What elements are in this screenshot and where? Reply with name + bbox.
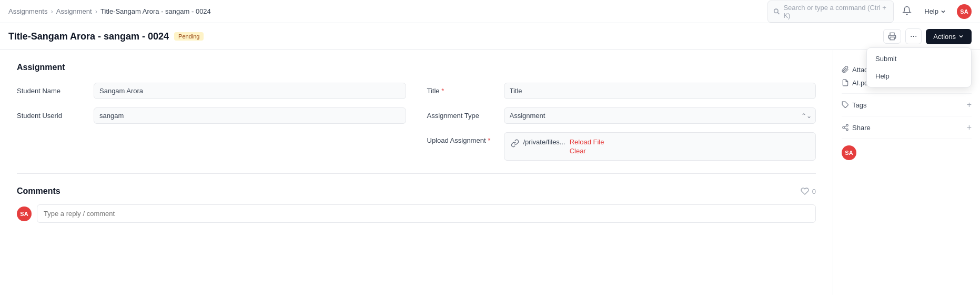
comment-count: 0 [812,188,816,195]
actions-label: Actions [933,33,956,41]
more-options-button[interactable]: ··· [905,28,922,44]
title-input[interactable] [504,83,816,99]
sidebar-avatar-section: SA [842,139,972,166]
actions-dropdown: Submit Help [866,47,972,87]
link-icon [511,139,519,150]
student-userid-input[interactable] [94,107,406,124]
breadcrumb-sep-2: › [95,7,97,15]
file-icon [842,79,849,86]
svg-point-4 [846,124,848,126]
comment-avatar: SA [17,206,32,221]
search-placeholder-text: Search or type a command (Ctrl + K) [783,4,888,19]
dropdown-submit[interactable]: Submit [867,50,971,67]
form-grid: Student Name Student Userid Title * [17,83,816,161]
form-left-col: Student Name Student Userid [17,83,406,161]
ellipsis-icon: ··· [910,32,917,41]
student-userid-label: Student Userid [17,107,85,120]
page-header-right: ··· Actions [883,28,972,44]
actions-chevron-icon [958,33,964,40]
chevron-down-icon [940,8,946,15]
page-header-left: Title-Sangam Arora - sangam - 0024 Pendi… [8,31,204,42]
svg-line-1 [777,12,779,14]
topbar: Assignments › Assignment › Title-Sangam … [0,0,980,23]
breadcrumb-assignment[interactable]: Assignment [56,7,92,15]
svg-point-6 [846,129,848,131]
title-row: Title * [427,83,816,99]
help-label: Help [924,7,938,15]
breadcrumb-assignments[interactable]: Assignments [8,7,47,15]
add-share-button[interactable]: + [967,123,972,132]
student-name-input[interactable] [94,83,406,99]
share-label: Share [842,124,871,132]
svg-line-8 [844,126,846,127]
main-layout: Assignment Student Name Student Userid T… [0,50,980,295]
dropdown-help[interactable]: Help [867,67,971,85]
comment-input-row: SA [17,204,816,223]
comments-title: Comments [17,186,60,196]
student-userid-row: Student Userid [17,107,406,124]
form-area: Assignment Student Name Student Userid T… [0,50,833,295]
reload-file-button[interactable]: Reload File [570,138,604,146]
title-label: Title * [427,83,496,95]
page-header: Title-Sangam Arora - sangam - 0024 Pendi… [0,23,980,50]
student-name-row: Student Name [17,83,406,99]
assignment-type-wrapper: Assignment ⌃⌄ [504,107,816,124]
tag-icon [842,101,849,109]
tags-section: Tags + [842,94,972,116]
tags-label: Tags [842,101,866,109]
heart-icon [801,187,809,195]
section-divider [17,173,816,174]
user-avatar[interactable]: SA [957,4,972,19]
print-button[interactable] [883,29,901,44]
add-tag-button[interactable]: + [967,100,972,110]
paperclip-icon [842,66,849,73]
comments-header: Comments 0 [17,186,816,196]
share-header: Share + [842,123,972,132]
heart-count: 0 [801,187,816,195]
upload-label: Upload Assignment * [427,132,496,144]
form-right-col: Title * Assignment Type Assignment ⌃⌄ [427,83,816,161]
assignment-section-title: Assignment [17,63,816,72]
student-name-label: Student Name [17,83,85,95]
upload-row: Upload Assignment * /private/files... [427,132,816,161]
title-required-marker: * [441,87,444,95]
assignment-type-select[interactable]: Assignment [504,107,816,124]
notification-button[interactable] [900,4,914,19]
assignment-type-row: Assignment Type Assignment ⌃⌄ [427,107,816,124]
svg-line-7 [844,128,846,129]
upload-actions: Reload File Clear [570,138,604,155]
upload-required-marker: * [488,136,490,144]
search-box[interactable]: Search or type a command (Ctrl + K) [767,1,894,23]
tags-header: Tags + [842,100,972,110]
status-badge: Pending [174,32,204,41]
page-title: Title-Sangam Arora - sangam - 0024 [8,31,169,42]
help-button[interactable]: Help [920,5,951,17]
actions-button[interactable]: Actions [926,29,972,44]
topbar-right: Search or type a command (Ctrl + K) Help… [767,1,972,23]
comment-input[interactable] [37,204,816,223]
breadcrumb: Assignments › Assignment › Title-Sangam … [8,7,211,15]
svg-rect-2 [890,37,894,40]
upload-file-path: /private/files... [523,138,565,146]
share-section: Share + [842,116,972,139]
share-icon [842,124,849,131]
search-icon [773,8,780,15]
breadcrumb-current: Title-Sangam Arora - sangam - 0024 [100,7,211,15]
attachment-name: AI.pdf [842,79,870,87]
svg-point-5 [843,126,845,129]
bell-icon [902,6,912,15]
svg-point-0 [774,9,778,13]
assignment-type-label: Assignment Type [427,107,496,120]
clear-file-button[interactable]: Clear [570,147,604,155]
upload-area: /private/files... Reload File Clear [504,132,816,161]
sidebar-user-avatar: SA [842,145,856,160]
print-icon [888,32,896,41]
breadcrumb-sep-1: › [50,7,53,15]
